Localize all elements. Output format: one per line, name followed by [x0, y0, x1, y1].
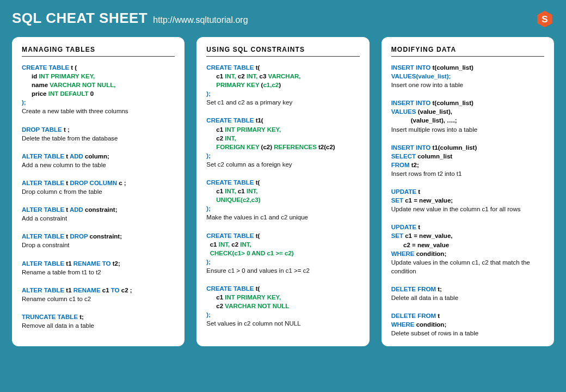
cheatsheet-entry: INSERT INTO t(column_list)VALUES (value_…: [391, 99, 544, 133]
code-line: ALTER TABLE t DROP COLUMN c ;: [22, 179, 175, 187]
column-heading: MODIFYING DATA: [391, 46, 544, 57]
code-line: CREATE TABLE t (: [22, 63, 175, 72]
entry-description: Insert multiple rows into a table: [391, 125, 544, 134]
code-line: c1 INT, c2 INT,: [206, 240, 359, 249]
code-line: );: [206, 204, 359, 213]
code-line: DELETE FROM t;: [391, 285, 544, 293]
svg-text:S: S: [542, 14, 547, 24]
code-line: ALTER TABLE t DROP constraint;: [22, 232, 175, 241]
code-line: UNIQUE(c2,c3): [206, 195, 359, 204]
cheatsheet-entry: ALTER TABLE t1 RENAME TO t2;Rename a tab…: [22, 259, 175, 277]
card-column: MANAGING TABLESCREATE TABLE t (id INT PR…: [12, 37, 184, 346]
code-snippet: ALTER TABLE t ADD constraint;: [22, 205, 175, 214]
cheatsheet-entry: INSERT INTO t(column_list)VALUES(value_l…: [391, 63, 544, 89]
entry-description: Add a constraint: [22, 214, 175, 223]
columns-container: MANAGING TABLESCREATE TABLE t (id INT PR…: [12, 37, 554, 346]
code-line: );: [206, 89, 359, 98]
cheatsheet-entry: UPDATE tSET c1 = new_value, c2 = new_val…: [391, 223, 544, 275]
code-line: c2 VARCHAR NOT NULL: [206, 302, 359, 310]
entry-description: Drop a constraint: [22, 241, 175, 249]
entry-description: Delete subset of rows in a table: [391, 329, 544, 338]
code-line: WHERE condition;: [391, 249, 544, 258]
entry-description: Delete the table from the database: [22, 134, 175, 143]
code-line: DROP TABLE t ;: [22, 125, 175, 134]
cheatsheet-entry: CREATE TABLE t( c1 INT, c2 INT, CHECK(c1…: [206, 231, 359, 275]
code-snippet: CREATE TABLE t(c1 INT PRIMARY KEY,c2 VAR…: [206, 284, 359, 319]
code-snippet: ALTER TABLE t DROP constraint;: [22, 232, 175, 241]
entry-description: Set c2 column as a foreign key: [206, 160, 359, 169]
cheatsheet-entry: ALTER TABLE t ADD column;Add a new colum…: [22, 152, 175, 169]
entry-description: Update new value in the column c1 for al…: [391, 205, 544, 213]
code-line: UPDATE t: [391, 223, 544, 231]
code-line: name VARCHAR NOT NULL,: [22, 81, 175, 89]
code-line: PRIMARY KEY (c1,c2): [206, 81, 359, 89]
code-line: INSERT INTO t(column_list): [391, 63, 544, 72]
entry-description: Make the values in c1 and c2 unique: [206, 213, 359, 222]
code-snippet: INSERT INTO t(column_list)VALUES(value_l…: [391, 63, 544, 81]
cheatsheet-entry: CREATE TABLE t(c1 INT PRIMARY KEY,c2 VAR…: [206, 284, 359, 328]
code-line: DELETE FROM t: [391, 311, 544, 320]
cheatsheet-entry: DELETE FROM t;Delete all data in a table: [391, 285, 544, 302]
code-snippet: ALTER TABLE t1 RENAME c1 TO c2 ;: [22, 286, 175, 295]
code-line: );: [206, 151, 359, 160]
code-snippet: ALTER TABLE t DROP COLUMN c ;: [22, 179, 175, 187]
site-url: http://www.sqltutorial.org: [153, 15, 248, 25]
page-header: SQL CHEAT SHEET http://www.sqltutorial.o…: [12, 10, 554, 28]
cheatsheet-entry: CREATE TABLE t(c1 INT, c2 INT, c3 VARCHA…: [206, 63, 359, 107]
code-line: VALUES (value_list),: [391, 107, 544, 116]
cheatsheet-entry: DROP TABLE t ;Delete the table from the …: [22, 125, 175, 143]
code-snippet: INSERT INTO t1(column_list)SELECT column…: [391, 143, 544, 169]
entry-description: Ensure c1 > 0 and values in c1 >= c2: [206, 266, 359, 275]
card-column: MODIFYING DATAINSERT INTO t(column_list)…: [382, 37, 554, 346]
cheatsheet-entry: CREATE TABLE t1(c1 INT PRIMARY KEY,c2 IN…: [206, 116, 359, 169]
code-line: ALTER TABLE t1 RENAME TO t2;: [22, 259, 175, 268]
entry-description: Add a new column to the table: [22, 161, 175, 169]
cheatsheet-entry: INSERT INTO t1(column_list)SELECT column…: [391, 143, 544, 178]
entry-description: Insert rows from t2 into t1: [391, 169, 544, 178]
code-line: SET c1 = new_value;: [391, 196, 544, 205]
code-line: ALTER TABLE t1 RENAME c1 TO c2 ;: [22, 286, 175, 295]
entry-description: Drop column c from the table: [22, 187, 175, 196]
code-line: INSERT INTO t1(column_list): [391, 143, 544, 152]
code-line: id INT PRIMARY KEY,: [22, 72, 175, 81]
code-snippet: DELETE FROM tWHERE condition;: [391, 311, 544, 329]
cheatsheet-entry: ALTER TABLE t DROP constraint;Drop a con…: [22, 232, 175, 249]
code-snippet: CREATE TABLE t(c1 INT, c1 INT,UNIQUE(c2,…: [206, 178, 359, 213]
code-line: INSERT INTO t(column_list): [391, 99, 544, 107]
site-logo-icon: S: [536, 10, 554, 28]
code-snippet: CREATE TABLE t( c1 INT, c2 INT, CHECK(c1…: [206, 231, 359, 266]
page-title: SQL CHEAT SHEET: [12, 10, 147, 27]
code-line: WHERE condition;: [391, 320, 544, 329]
code-snippet: ALTER TABLE t ADD column;: [22, 152, 175, 161]
code-line: CREATE TABLE t(: [206, 284, 359, 293]
code-snippet: UPDATE tSET c1 = new_value;: [391, 187, 544, 205]
code-line: );: [206, 258, 359, 266]
code-line: c2 INT,: [206, 134, 359, 143]
entry-description: Rename column c1 to c2: [22, 295, 175, 303]
code-line: CHECK(c1> 0 AND c1 >= c2): [206, 249, 359, 258]
code-line: UPDATE t: [391, 187, 544, 196]
entry-description: Create a new table with three columns: [22, 107, 175, 115]
code-line: c2 = new_value: [391, 241, 544, 249]
code-line: CREATE TABLE t(: [206, 231, 359, 240]
cheatsheet-entry: CREATE TABLE t (id INT PRIMARY KEY,name …: [22, 63, 175, 116]
code-snippet: CREATE TABLE t (id INT PRIMARY KEY,name …: [22, 63, 175, 107]
entry-description: Set values in c2 column not NULL: [206, 319, 359, 328]
cheatsheet-entry: UPDATE tSET c1 = new_value;Update new va…: [391, 187, 544, 213]
code-snippet: CREATE TABLE t(c1 INT, c2 INT, c3 VARCHA…: [206, 63, 359, 98]
code-line: c1 INT, c2 INT, c3 VARCHAR,: [206, 72, 359, 81]
code-snippet: ALTER TABLE t1 RENAME TO t2;: [22, 259, 175, 268]
column-heading: USING SQL CONSTRAINTS: [206, 46, 359, 57]
entry-description: Delete all data in a table: [391, 293, 544, 302]
entry-description: Update values in the column c1, c2 that …: [391, 258, 544, 275]
header-left: SQL CHEAT SHEET http://www.sqltutorial.o…: [12, 10, 248, 27]
entry-description: Remove all data in a table: [22, 321, 175, 330]
code-line: c1 INT PRIMARY KEY,: [206, 125, 359, 134]
code-line: (value_list), ….;: [391, 116, 544, 125]
code-snippet: DELETE FROM t;: [391, 285, 544, 293]
code-snippet: UPDATE tSET c1 = new_value, c2 = new_val…: [391, 223, 544, 258]
column-heading: MANAGING TABLES: [22, 46, 175, 57]
cheatsheet-entry: ALTER TABLE t ADD constraint;Add a const…: [22, 205, 175, 223]
cheatsheet-entry: CREATE TABLE t(c1 INT, c1 INT,UNIQUE(c2,…: [206, 178, 359, 222]
code-line: c1 INT PRIMARY KEY,: [206, 293, 359, 302]
